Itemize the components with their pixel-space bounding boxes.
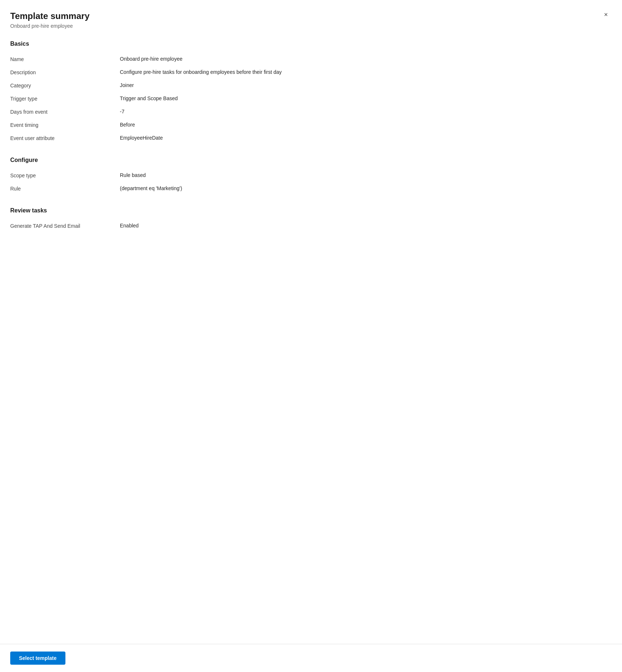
field-label-days-from-event: Days from event: [10, 109, 120, 115]
close-button[interactable]: ×: [600, 9, 612, 20]
field-label-scope-type: Scope type: [10, 172, 120, 178]
template-summary-panel: Template summary Onboard pre-hire employ…: [0, 0, 622, 672]
field-row-rule: Rule (department eq 'Marketing'): [10, 182, 612, 196]
panel-header: Template summary Onboard pre-hire employ…: [0, 0, 622, 29]
field-value-days-from-event: -7: [120, 109, 612, 114]
field-row-days-from-event: Days from event -7: [10, 106, 612, 119]
field-row-generate-tap: Generate TAP And Send Email Enabled: [10, 220, 612, 233]
field-row-category: Category Joiner: [10, 79, 612, 93]
field-value-generate-tap: Enabled: [120, 223, 612, 229]
field-row-trigger-type: Trigger type Trigger and Scope Based: [10, 93, 612, 106]
field-label-description: Description: [10, 69, 120, 75]
field-value-scope-type: Rule based: [120, 172, 612, 178]
field-value-event-timing: Before: [120, 122, 612, 128]
field-row-description: Description Configure pre-hire tasks for…: [10, 66, 612, 79]
field-row-event-user-attribute: Event user attribute EmployeeHireDate: [10, 132, 612, 145]
panel-footer: Select template: [0, 644, 622, 672]
panel-content: Basics Name Onboard pre-hire employee De…: [0, 29, 622, 672]
field-label-generate-tap: Generate TAP And Send Email: [10, 223, 120, 229]
field-value-event-user-attribute: EmployeeHireDate: [120, 135, 612, 141]
field-value-rule: (department eq 'Marketing'): [120, 185, 612, 191]
review-tasks-section-title: Review tasks: [10, 207, 612, 214]
field-row-scope-type: Scope type Rule based: [10, 169, 612, 182]
field-label-trigger-type: Trigger type: [10, 95, 120, 102]
field-label-name: Name: [10, 56, 120, 62]
basics-section-title: Basics: [10, 41, 612, 47]
field-label-category: Category: [10, 82, 120, 88]
field-value-name: Onboard pre-hire employee: [120, 56, 612, 62]
close-icon: ×: [604, 11, 608, 19]
field-value-trigger-type: Trigger and Scope Based: [120, 95, 612, 101]
review-tasks-section: Review tasks Generate TAP And Send Email…: [10, 207, 612, 233]
configure-section: Configure Scope type Rule based Rule (de…: [10, 157, 612, 196]
field-value-category: Joiner: [120, 82, 612, 88]
field-row-event-timing: Event timing Before: [10, 119, 612, 132]
field-row-name: Name Onboard pre-hire employee: [10, 53, 612, 66]
field-label-event-user-attribute: Event user attribute: [10, 135, 120, 141]
field-label-event-timing: Event timing: [10, 122, 120, 128]
panel-title: Template summary: [10, 10, 607, 22]
select-template-button[interactable]: Select template: [10, 652, 65, 665]
panel-subtitle: Onboard pre-hire employee: [10, 23, 607, 29]
basics-section: Basics Name Onboard pre-hire employee De…: [10, 41, 612, 145]
configure-section-title: Configure: [10, 157, 612, 163]
field-label-rule: Rule: [10, 185, 120, 192]
field-value-description: Configure pre-hire tasks for onboarding …: [120, 69, 612, 75]
